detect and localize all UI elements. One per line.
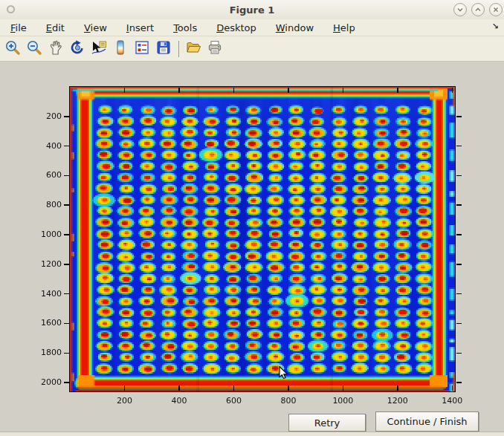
window-close-button[interactable]: [489, 3, 503, 16]
y-tick: [456, 204, 462, 206]
toolbar-open-folder-button[interactable]: [184, 39, 203, 59]
menu-overflow-arrow-icon[interactable]: ↘: [492, 22, 499, 31]
x-tick-label: 1400: [436, 396, 468, 406]
toolbar: [0, 36, 504, 62]
y-tick: [456, 293, 462, 295]
y-tick-label: 1800: [31, 348, 62, 358]
x-tick: [233, 88, 235, 93]
pan-icon: [48, 39, 64, 59]
y-tick: [64, 234, 70, 235]
y-tick-label: 2000: [31, 377, 62, 388]
y-tick-label: 200: [31, 111, 62, 122]
x-tick-label: 800: [272, 396, 305, 406]
y-tick: [64, 146, 70, 147]
toolbar-zoom-out-button[interactable]: [25, 39, 44, 59]
y-tick: [456, 146, 462, 147]
y-tick-label: 400: [31, 141, 62, 152]
y-tick: [456, 382, 462, 383]
y-tick: [456, 234, 462, 235]
chevron-up-icon: [474, 6, 482, 13]
window-bottom-border: [0, 432, 504, 436]
y-tick: [456, 353, 462, 354]
menu-item-edit[interactable]: Edit: [42, 22, 69, 33]
menu-item-window[interactable]: Window: [271, 22, 318, 33]
y-tick-label: 1000: [31, 230, 62, 240]
x-tick-label: 600: [217, 396, 250, 406]
chevron-down-icon: [456, 6, 464, 13]
x-tick: [397, 88, 398, 93]
continue-finish-button[interactable]: Continue / Finish: [375, 411, 479, 432]
window-menu-icon[interactable]: [7, 5, 15, 13]
plate-scan-image[interactable]: [70, 87, 455, 391]
y-tick: [456, 323, 462, 325]
y-tick: [456, 175, 462, 177]
y-tick: [456, 116, 462, 117]
zoom-out-icon: [26, 39, 42, 59]
y-tick: [64, 382, 70, 383]
mouse-cursor-icon: [279, 366, 288, 380]
window-title: Figure 1: [230, 4, 275, 16]
menu-item-insert[interactable]: Insert: [122, 22, 158, 33]
y-tick: [64, 264, 70, 265]
retry-button[interactable]: Retry: [288, 414, 366, 432]
titlebar[interactable]: Figure 1: [0, 0, 504, 20]
figure-window: Figure 1 ↘ FileEditViewInsertToolsDeskto…: [0, 0, 504, 436]
menubar: ↘ FileEditViewInsertToolsDesktopWindowHe…: [0, 19, 504, 36]
toolbar-separator: [178, 41, 179, 57]
x-tick-label: 400: [163, 396, 196, 406]
y-tick-label: 600: [31, 170, 62, 180]
x-tick-label: 1200: [381, 396, 414, 406]
x-tick-label: 200: [108, 396, 140, 406]
rotate-3d-icon: [69, 39, 85, 59]
print-icon: [207, 39, 223, 59]
menu-item-view[interactable]: View: [80, 22, 112, 33]
close-icon: [492, 6, 500, 13]
toolbar-print-button[interactable]: [205, 39, 224, 59]
toolbar-rotate-3d-button[interactable]: [68, 39, 87, 59]
open-folder-icon: [185, 39, 201, 59]
y-tick: [64, 323, 70, 325]
toolbar-data-cursor-button[interactable]: [89, 39, 109, 59]
plot-axes: [69, 86, 456, 392]
x-tick: [288, 88, 289, 93]
zoom-in-icon: [4, 39, 21, 59]
colorbar-icon: [112, 39, 129, 59]
toolbar-legend-button[interactable]: [132, 39, 152, 59]
data-cursor-icon: [91, 39, 107, 59]
y-tick: [64, 175, 70, 177]
window-maximize-button[interactable]: [471, 3, 485, 16]
toolbar-save-button[interactable]: [154, 39, 173, 59]
window-shade-button[interactable]: [453, 3, 467, 16]
y-tick: [64, 293, 70, 295]
menu-item-file[interactable]: File: [6, 22, 31, 33]
toolbar-zoom-in-button[interactable]: [3, 39, 22, 59]
x-tick: [452, 385, 453, 391]
x-tick: [452, 88, 453, 93]
y-tick: [64, 116, 70, 117]
toolbar-pan-button[interactable]: [46, 39, 65, 59]
menu-item-tools[interactable]: Tools: [169, 22, 201, 33]
x-tick-label: 1000: [326, 396, 359, 406]
x-tick: [288, 385, 289, 391]
y-tick-label: 1600: [31, 318, 62, 328]
x-tick: [233, 385, 235, 391]
y-tick-label: 1200: [31, 259, 62, 270]
toolbar-colorbar-button[interactable]: [111, 39, 130, 59]
menu-item-desktop[interactable]: Desktop: [212, 22, 261, 33]
x-tick: [343, 88, 344, 93]
menu-item-help[interactable]: Help: [329, 22, 360, 33]
save-icon: [155, 39, 172, 59]
x-tick: [124, 88, 126, 93]
y-tick: [64, 353, 70, 354]
legend-icon: [134, 39, 150, 59]
x-tick: [178, 88, 180, 93]
y-tick-label: 1400: [31, 289, 62, 299]
y-tick: [64, 204, 70, 206]
y-tick-label: 800: [31, 200, 62, 210]
y-tick: [456, 264, 462, 265]
x-tick: [343, 385, 344, 391]
x-tick: [397, 385, 398, 391]
x-tick: [124, 385, 126, 391]
x-tick: [178, 385, 180, 391]
figure-canvas-area: Retry Continue / Finish 2004006008001000…: [0, 62, 504, 432]
